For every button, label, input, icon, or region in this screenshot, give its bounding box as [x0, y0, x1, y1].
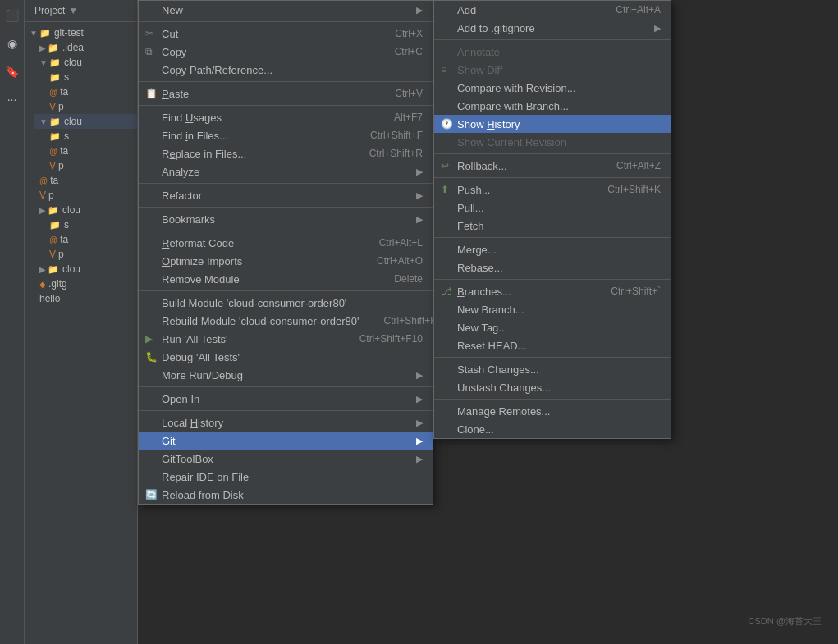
vcs-icon[interactable]: ◉ [3, 34, 21, 53]
menu-item-replace-in-files[interactable]: Replace in Files... Ctrl+Shift+R [139, 144, 433, 162]
tree-item-v2[interactable]: V p [44, 158, 137, 173]
menu-separator [139, 207, 433, 208]
submenu-item-fetch[interactable]: Fetch [434, 217, 671, 235]
submenu-item-clone[interactable]: Clone... [434, 420, 671, 438]
menu-item-analyze[interactable]: Analyze ▶ [139, 162, 433, 180]
tree-item-hello[interactable]: hello [34, 291, 137, 306]
folder-icon: 📁 [48, 43, 59, 53]
tree-item-clou3[interactable]: ▶ 📁 clou [34, 203, 137, 217]
menu-item-find-usages[interactable]: Find Usages Alt+F7 [139, 108, 433, 126]
menu-item-copy-path[interactable]: Copy Path/Reference... [139, 61, 433, 79]
menu-item-git[interactable]: Git ▶ [139, 432, 433, 450]
menu-item-copy[interactable]: ⧉ Copy Ctrl+C [139, 43, 433, 61]
tree-item-ta3[interactable]: @ ta [34, 173, 137, 188]
tree-label: ta [60, 234, 68, 245]
tree-item-s1[interactable]: 📁 s [44, 70, 137, 84]
folder-icon: 📁 [49, 57, 61, 68]
submenu-item-add[interactable]: Add Ctrl+Alt+A [434, 1, 671, 19]
folder-icon: 📁 [49, 220, 61, 231]
submenu-item-push[interactable]: ⬆ Push... Ctrl+Shift+K [434, 180, 671, 199]
menu-item-bookmarks[interactable]: Bookmarks ▶ [139, 210, 433, 228]
submenu-item-new-tag[interactable]: New Tag... [434, 318, 671, 336]
rollback-icon: ↩ [441, 160, 449, 171]
menu-label: Run 'All Tests' [162, 333, 228, 345]
submenu-item-branches[interactable]: ⎇ Branches... Ctrl+Shift+` [434, 282, 671, 300]
menu-item-reload-from-disk[interactable]: 🔄 Reload from Disk [139, 486, 433, 504]
menu-item-remove-module[interactable]: Remove Module Delete [139, 270, 433, 288]
tree-label: clou [62, 263, 80, 275]
tree-item-v1[interactable]: V p [44, 99, 137, 114]
folder-icon: 📁 [48, 264, 59, 275]
tree-item-vp2[interactable]: V p [44, 247, 137, 262]
menu-label: Replace in Files... [162, 148, 246, 160]
submenu-item-merge[interactable]: Merge... [434, 240, 671, 258]
submenu-separator [434, 177, 671, 178]
submenu-item-add-to-gitignore[interactable]: Add to .gitignore ▶ [434, 19, 671, 37]
submenu-item-rollback[interactable]: ↩ Rollback... Ctrl+Alt+Z [434, 157, 671, 175]
submenu-item-stash-changes[interactable]: Stash Changes... [434, 360, 671, 378]
submenu-item-show-history[interactable]: 🕐 Show History [434, 115, 671, 133]
menu-item-optimize-imports[interactable]: Optimize Imports Ctrl+Alt+O [139, 252, 433, 270]
menu-label: Build Module 'cloud-consumer-order80' [162, 297, 346, 309]
menu-item-open-in[interactable]: Open In ▶ [139, 390, 433, 408]
menu-label: Refactor [162, 190, 202, 202]
menu-item-build-module[interactable]: Build Module 'cloud-consumer-order80' [139, 294, 433, 312]
more-icon[interactable]: ··· [3, 90, 21, 108]
submenu-item-new-branch[interactable]: New Branch... [434, 300, 671, 318]
debug-icon: 🐛 [145, 351, 158, 363]
tree-item-clou4[interactable]: ▶ 📁 clou [34, 262, 137, 276]
tree-item-clou2[interactable]: ▼ 📁 clou [34, 114, 137, 129]
project-tree: ▼ 📁 git-test ▶ 📁 .idea ▼ 📁 clou 📁 s @ ta… [25, 22, 137, 309]
tree-item-s2[interactable]: 📁 s [44, 129, 137, 144]
submenu-item-compare-revision[interactable]: Compare with Revision... [434, 79, 671, 97]
submenu-item-pull[interactable]: Pull... [434, 199, 671, 217]
submenu-item-unstash-changes[interactable]: Unstash Changes... [434, 378, 671, 396]
history-icon: 🕐 [441, 118, 453, 130]
submenu-item-reset-head[interactable]: Reset HEAD... [434, 336, 671, 354]
tree-item-gitignore[interactable]: ◆ .gitg [34, 276, 137, 291]
menu-label: Open In [162, 393, 199, 405]
diff-icon: ≡ [441, 64, 446, 75]
tree-item-vp1[interactable]: V p [34, 188, 137, 203]
project-sidebar: Project ▼ ▼ 📁 git-test ▶ 📁 .idea ▼ 📁 clo… [25, 0, 138, 644]
tree-item-idea[interactable]: ▶ 📁 .idea [34, 40, 137, 55]
submenu-label: New Tag... [457, 322, 507, 334]
menu-item-more-run-debug[interactable]: More Run/Debug ▶ [139, 366, 433, 384]
menu-item-new[interactable]: New ▶ [139, 1, 433, 19]
menu-item-gittoolbox[interactable]: GitToolBox ▶ [139, 450, 433, 468]
tree-label: ta [50, 175, 58, 186]
menu-separator [139, 290, 433, 291]
menu-item-paste[interactable]: 📋 Paste Ctrl+V [139, 84, 433, 103]
menu-item-find-in-files[interactable]: Find in Files... Ctrl+Shift+F [139, 126, 433, 144]
menu-separator [139, 183, 433, 184]
menu-item-local-history[interactable]: Local History ▶ [139, 413, 433, 432]
tree-item-ta1[interactable]: @ ta [44, 84, 137, 99]
menu-item-repair-ide[interactable]: Repair IDE on File [139, 468, 433, 486]
tree-item-git-test[interactable]: ▼ 📁 git-test [25, 25, 137, 40]
submenu-item-manage-remotes[interactable]: Manage Remotes... [434, 402, 671, 420]
tree-label: s [64, 71, 69, 83]
tree-label: s [64, 219, 69, 231]
menu-item-run-all-tests[interactable]: ▶ Run 'All Tests' Ctrl+Shift+F10 [139, 330, 433, 348]
menu-item-refactor[interactable]: Refactor ▶ [139, 186, 433, 204]
menu-separator [139, 81, 433, 82]
menu-item-cut[interactable]: ✂ Cut Ctrl+X [139, 25, 433, 43]
submenu-label: Merge... [457, 244, 497, 256]
tree-item-clou1[interactable]: ▼ 📁 clou [34, 55, 137, 70]
menu-label: Paste [162, 88, 189, 100]
tree-item-ta2[interactable]: @ ta [44, 144, 137, 158]
submenu-item-rebase[interactable]: Rebase... [434, 258, 671, 276]
project-icon[interactable]: ⬛ [3, 7, 21, 25]
bookmark-icon[interactable]: 🔖 [3, 62, 21, 80]
tree-item-s3[interactable]: 📁 s [44, 217, 137, 232]
tree-item-ta4[interactable]: @ ta [44, 232, 137, 247]
submenu-item-compare-branch[interactable]: Compare with Branch... [434, 97, 671, 115]
menu-item-rebuild-module[interactable]: Rebuild Module 'cloud-consumer-order80' … [139, 312, 433, 330]
submenu-arrow-icon: ▶ [416, 418, 423, 428]
submenu-label: Rebase... [457, 262, 503, 274]
folder-icon: 📁 [39, 28, 51, 39]
menu-shortcut: Ctrl+Alt+O [377, 255, 423, 267]
menu-item-reformat[interactable]: Reformat Code Ctrl+Alt+L [139, 234, 433, 252]
submenu-shortcut: Ctrl+Shift+` [611, 285, 661, 297]
menu-item-debug-all-tests[interactable]: 🐛 Debug 'All Tests' [139, 348, 433, 366]
